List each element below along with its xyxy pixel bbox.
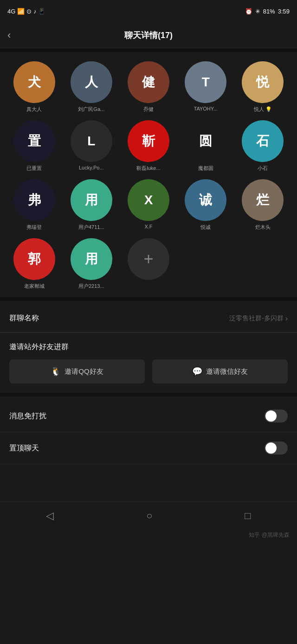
add-member-item[interactable]: +: [122, 238, 175, 290]
toggle-section: 消息免打扰 置顶聊天: [0, 400, 297, 464]
pin-toggle[interactable]: [265, 442, 288, 455]
wechat-button-label: 邀请微信好友: [206, 367, 248, 376]
home-nav-button[interactable]: ○: [146, 510, 152, 522]
member-name: 用户2213...: [78, 283, 104, 290]
invite-buttons: 🐧 邀请QQ好友 💬 邀请微信好友: [9, 359, 288, 393]
member-name: Lucky.Po...: [79, 165, 104, 170]
member-item[interactable]: 健乔健: [122, 61, 175, 113]
member-item[interactable]: XX.F: [122, 179, 175, 231]
avatar: 人: [71, 61, 112, 103]
avatar: 郭: [13, 238, 55, 280]
add-member-button[interactable]: +: [128, 238, 169, 280]
mute-row: 消息免打扰: [0, 400, 297, 432]
avatar: 犬: [13, 61, 55, 103]
invite-title: 邀请站外好友进群: [9, 342, 288, 352]
avatar: 健: [128, 61, 169, 103]
member-item[interactable]: 人刘广民Ga...: [65, 61, 118, 113]
time-label: 3:59: [278, 8, 290, 15]
qq-icon: 🐧: [51, 366, 61, 377]
member-item[interactable]: 圆魔都圆: [179, 120, 232, 172]
member-name: 已重置: [26, 165, 42, 172]
wechat-icon: 💬: [192, 366, 202, 377]
member-item[interactable]: 石小石: [236, 120, 290, 172]
members-grid: 犬真大人人刘广民Ga...健乔健TTAYOHY...悦悦人 💡置已重置LLuck…: [7, 61, 290, 290]
member-name: 乔健: [143, 106, 154, 113]
toggle-divider: [0, 393, 297, 397]
page-title: 聊天详情(17): [124, 30, 173, 41]
member-item[interactable]: TTAYOHY...: [179, 61, 232, 113]
member-item[interactable]: 置已重置: [7, 120, 61, 172]
group-name-value: 泛零售社群-多闪群 ›: [229, 314, 288, 323]
recent-nav-button[interactable]: □: [245, 510, 251, 522]
avatar: 烂: [242, 179, 284, 221]
members-section: 犬真大人人刘广民Ga...健乔健TTAYOHY...悦悦人 💡置已重置LLuck…: [0, 52, 297, 297]
member-item[interactable]: 靳靳磊luke...: [122, 120, 175, 172]
member-name: 悦人 💡: [254, 106, 272, 113]
qq-button-label: 邀请QQ好友: [65, 367, 103, 376]
member-name: 老家郸城: [24, 283, 45, 290]
bottom-nav: ◁ ○ □: [0, 501, 297, 529]
invite-section: 邀请站外好友进群 🐧 邀请QQ好友 💬 邀请微信好友: [0, 332, 297, 393]
back-nav-button[interactable]: ◁: [46, 510, 54, 522]
member-item[interactable]: LLucky.Po...: [65, 120, 118, 172]
invite-qq-button[interactable]: 🐧 邀请QQ好友: [9, 359, 145, 384]
member-name: 刘广民Ga...: [78, 106, 104, 113]
avatar: 用: [71, 238, 112, 280]
pin-toggle-knob: [265, 442, 277, 454]
avatar: 弗: [13, 179, 55, 221]
member-name: 烂木头: [255, 224, 271, 231]
member-item[interactable]: 用用户4711...: [65, 179, 118, 231]
member-item[interactable]: 烂烂木头: [236, 179, 290, 231]
member-item[interactable]: 犬真大人: [7, 61, 61, 113]
settings-section: 群聊名称 泛零售社群-多闪群 ›: [0, 305, 297, 332]
alarm-icon: ⏰: [245, 8, 252, 15]
avatar: T: [185, 61, 226, 103]
member-name: 悦诚: [200, 224, 211, 231]
member-item[interactable]: 郭老家郸城: [7, 238, 61, 290]
invite-wechat-button[interactable]: 💬 邀请微信好友: [152, 359, 288, 384]
avatar: L: [71, 120, 112, 162]
status-bar: 4G 📶 ⊙ ♪ 📱 ⏰ ✳ 81% 3:59: [0, 0, 297, 22]
member-name: 小石: [258, 165, 268, 172]
group-name-text: 泛零售社群-多闪群: [229, 314, 284, 323]
avatar: 用: [71, 179, 112, 221]
pin-label: 置顶聊天: [9, 443, 39, 453]
bluetooth-icon: ✳: [255, 8, 260, 15]
header: ‹ 聊天详情(17): [0, 22, 297, 48]
member-name: TAYOHY...: [194, 106, 218, 111]
top-divider: [0, 48, 297, 52]
signal-icon: 4G: [7, 8, 15, 15]
avatar: 石: [242, 120, 284, 162]
avatar: 置: [13, 120, 55, 162]
group-name-label: 群聊名称: [9, 313, 39, 323]
member-item[interactable]: 诚悦诚: [179, 179, 232, 231]
member-name: 魔都圆: [198, 165, 213, 172]
group-name-row[interactable]: 群聊名称 泛零售社群-多闪群 ›: [0, 305, 297, 332]
wifi-icon: 📶: [17, 8, 25, 15]
avatar: 圆: [185, 120, 226, 162]
mid-divider: [0, 297, 297, 301]
status-left: 4G 📶 ⊙ ♪ 📱: [7, 8, 45, 15]
mute-toggle[interactable]: [265, 410, 288, 423]
member-item[interactable]: 用用户2213...: [65, 238, 118, 290]
member-item[interactable]: 弗弗瑞登: [7, 179, 61, 231]
pin-row: 置顶聊天: [0, 432, 297, 464]
member-name: 真大人: [26, 106, 42, 113]
credit-text: 知乎 @黑啤先森: [0, 529, 297, 541]
member-item[interactable]: 悦悦人 💡: [236, 61, 290, 113]
member-name: X.F: [144, 224, 152, 229]
avatar: X: [128, 179, 169, 221]
avatar: 靳: [128, 120, 169, 162]
status-right: ⏰ ✳ 81% 3:59: [245, 8, 290, 15]
member-name: 靳磊luke...: [136, 165, 160, 172]
avatar: 悦: [242, 61, 284, 103]
battery-label: 81%: [263, 8, 275, 15]
mute-label: 消息免打扰: [9, 411, 46, 421]
chevron-icon: ›: [285, 314, 288, 323]
avatar: 诚: [185, 179, 226, 221]
member-name: 弗瑞登: [26, 224, 42, 231]
mute-toggle-knob: [265, 410, 277, 422]
extra-icons: ⊙ ♪ 📱: [26, 8, 45, 15]
member-name: 用户4711...: [78, 224, 104, 231]
back-button[interactable]: ‹: [7, 29, 11, 41]
